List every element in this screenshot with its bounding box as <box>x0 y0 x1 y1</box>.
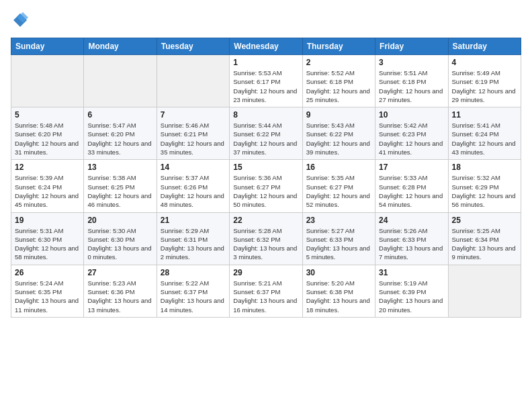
day-info: Sunrise: 5:38 AM Sunset: 6:25 PM Dayligh… <box>87 173 152 209</box>
calendar-cell: 29Sunrise: 5:21 AM Sunset: 6:37 PM Dayli… <box>230 265 302 317</box>
day-number: 30 <box>306 268 371 277</box>
day-info: Sunrise: 5:42 AM Sunset: 6:23 PM Dayligh… <box>379 121 444 156</box>
calendar-cell: 15Sunrise: 5:36 AM Sunset: 6:27 PM Dayli… <box>230 160 302 212</box>
day-number: 16 <box>306 163 371 172</box>
calendar-cell <box>84 55 157 107</box>
day-info: Sunrise: 5:49 AM Sunset: 6:19 PM Dayligh… <box>452 68 517 104</box>
day-number: 8 <box>233 110 298 120</box>
weekday-header: Sunday <box>11 38 84 55</box>
day-info: Sunrise: 5:32 AM Sunset: 6:29 PM Dayligh… <box>452 173 517 209</box>
day-number: 24 <box>379 216 444 225</box>
calendar-cell: 28Sunrise: 5:22 AM Sunset: 6:37 PM Dayli… <box>157 265 229 317</box>
calendar-week-row: 19Sunrise: 5:31 AM Sunset: 6:30 PM Dayli… <box>11 212 521 265</box>
calendar-cell <box>157 55 229 107</box>
day-number: 4 <box>452 58 517 67</box>
day-info: Sunrise: 5:20 AM Sunset: 6:38 PM Dayligh… <box>306 279 371 314</box>
day-number: 10 <box>379 110 444 120</box>
calendar-cell: 11Sunrise: 5:41 AM Sunset: 6:24 PM Dayli… <box>448 107 521 160</box>
calendar-cell: 19Sunrise: 5:31 AM Sunset: 6:30 PM Dayli… <box>11 212 84 265</box>
calendar-cell: 6Sunrise: 5:47 AM Sunset: 6:20 PM Daylig… <box>84 107 157 160</box>
day-number: 20 <box>87 216 152 225</box>
day-info: Sunrise: 5:27 AM Sunset: 6:33 PM Dayligh… <box>306 226 371 262</box>
calendar-cell <box>448 265 521 317</box>
calendar-cell: 8Sunrise: 5:44 AM Sunset: 6:22 PM Daylig… <box>230 107 302 160</box>
calendar-cell: 30Sunrise: 5:20 AM Sunset: 6:38 PM Dayli… <box>302 265 375 317</box>
weekday-header-row: SundayMondayTuesdayWednesdayThursdayFrid… <box>11 38 521 55</box>
day-info: Sunrise: 5:36 AM Sunset: 6:27 PM Dayligh… <box>233 173 298 209</box>
calendar-cell: 21Sunrise: 5:29 AM Sunset: 6:31 PM Dayli… <box>157 212 229 265</box>
day-info: Sunrise: 5:43 AM Sunset: 6:22 PM Dayligh… <box>306 121 371 156</box>
weekday-header: Monday <box>84 38 157 55</box>
day-number: 6 <box>87 110 152 120</box>
day-number: 1 <box>233 58 298 67</box>
calendar-cell: 4Sunrise: 5:49 AM Sunset: 6:19 PM Daylig… <box>448 55 521 107</box>
day-number: 9 <box>306 110 371 120</box>
logo <box>11 11 32 30</box>
weekday-header: Saturday <box>448 38 521 55</box>
calendar-cell: 17Sunrise: 5:33 AM Sunset: 6:28 PM Dayli… <box>375 160 448 212</box>
day-info: Sunrise: 5:51 AM Sunset: 6:18 PM Dayligh… <box>379 68 444 104</box>
day-info: Sunrise: 5:46 AM Sunset: 6:21 PM Dayligh… <box>161 121 226 156</box>
day-number: 11 <box>452 110 517 120</box>
day-info: Sunrise: 5:44 AM Sunset: 6:22 PM Dayligh… <box>233 121 298 156</box>
day-number: 31 <box>379 268 444 277</box>
day-info: Sunrise: 5:33 AM Sunset: 6:28 PM Dayligh… <box>379 173 444 209</box>
day-info: Sunrise: 5:21 AM Sunset: 6:37 PM Dayligh… <box>233 279 298 314</box>
calendar-cell: 1Sunrise: 5:53 AM Sunset: 6:17 PM Daylig… <box>230 55 302 107</box>
day-info: Sunrise: 5:31 AM Sunset: 6:30 PM Dayligh… <box>15 226 80 262</box>
day-number: 23 <box>306 216 371 225</box>
day-info: Sunrise: 5:28 AM Sunset: 6:32 PM Dayligh… <box>233 226 298 262</box>
calendar-week-row: 26Sunrise: 5:24 AM Sunset: 6:35 PM Dayli… <box>11 265 521 317</box>
calendar-cell: 20Sunrise: 5:30 AM Sunset: 6:30 PM Dayli… <box>84 212 157 265</box>
day-info: Sunrise: 5:47 AM Sunset: 6:20 PM Dayligh… <box>87 121 152 156</box>
calendar-cell: 9Sunrise: 5:43 AM Sunset: 6:22 PM Daylig… <box>302 107 375 160</box>
calendar-cell: 12Sunrise: 5:39 AM Sunset: 6:24 PM Dayli… <box>11 160 84 212</box>
calendar-cell: 16Sunrise: 5:35 AM Sunset: 6:27 PM Dayli… <box>302 160 375 212</box>
day-number: 18 <box>452 163 517 172</box>
day-number: 12 <box>15 163 80 172</box>
day-number: 26 <box>15 268 80 277</box>
weekday-header: Wednesday <box>230 38 302 55</box>
calendar-week-row: 12Sunrise: 5:39 AM Sunset: 6:24 PM Dayli… <box>11 160 521 212</box>
day-number: 13 <box>87 163 152 172</box>
calendar-week-row: 1Sunrise: 5:53 AM Sunset: 6:17 PM Daylig… <box>11 55 521 107</box>
day-info: Sunrise: 5:25 AM Sunset: 6:34 PM Dayligh… <box>452 226 517 262</box>
weekday-header: Tuesday <box>157 38 229 55</box>
day-number: 25 <box>452 216 517 225</box>
day-number: 21 <box>161 216 226 225</box>
calendar-cell: 13Sunrise: 5:38 AM Sunset: 6:25 PM Dayli… <box>84 160 157 212</box>
calendar-cell: 27Sunrise: 5:23 AM Sunset: 6:36 PM Dayli… <box>84 265 157 317</box>
day-info: Sunrise: 5:37 AM Sunset: 6:26 PM Dayligh… <box>161 173 226 209</box>
calendar-cell: 18Sunrise: 5:32 AM Sunset: 6:29 PM Dayli… <box>448 160 521 212</box>
day-number: 5 <box>15 110 80 120</box>
calendar-cell: 22Sunrise: 5:28 AM Sunset: 6:32 PM Dayli… <box>230 212 302 265</box>
calendar-cell: 31Sunrise: 5:19 AM Sunset: 6:39 PM Dayli… <box>375 265 448 317</box>
day-info: Sunrise: 5:35 AM Sunset: 6:27 PM Dayligh… <box>306 173 371 209</box>
calendar-cell: 10Sunrise: 5:42 AM Sunset: 6:23 PM Dayli… <box>375 107 448 160</box>
day-number: 14 <box>161 163 226 172</box>
calendar-table: SundayMondayTuesdayWednesdayThursdayFrid… <box>11 38 521 318</box>
day-number: 7 <box>161 110 226 120</box>
day-info: Sunrise: 5:29 AM Sunset: 6:31 PM Dayligh… <box>161 226 226 262</box>
day-info: Sunrise: 5:53 AM Sunset: 6:17 PM Dayligh… <box>233 68 298 104</box>
weekday-header: Friday <box>375 38 448 55</box>
calendar-cell <box>11 55 84 107</box>
day-info: Sunrise: 5:24 AM Sunset: 6:35 PM Dayligh… <box>15 279 80 314</box>
day-info: Sunrise: 5:30 AM Sunset: 6:30 PM Dayligh… <box>87 226 152 262</box>
day-info: Sunrise: 5:23 AM Sunset: 6:36 PM Dayligh… <box>87 279 152 314</box>
calendar-cell: 24Sunrise: 5:26 AM Sunset: 6:33 PM Dayli… <box>375 212 448 265</box>
day-number: 2 <box>306 58 371 67</box>
day-info: Sunrise: 5:39 AM Sunset: 6:24 PM Dayligh… <box>15 173 80 209</box>
logo-icon <box>11 11 30 30</box>
calendar-cell: 2Sunrise: 5:52 AM Sunset: 6:18 PM Daylig… <box>302 55 375 107</box>
calendar-cell: 3Sunrise: 5:51 AM Sunset: 6:18 PM Daylig… <box>375 55 448 107</box>
day-info: Sunrise: 5:52 AM Sunset: 6:18 PM Dayligh… <box>306 68 371 104</box>
day-info: Sunrise: 5:41 AM Sunset: 6:24 PM Dayligh… <box>452 121 517 156</box>
calendar-week-row: 5Sunrise: 5:48 AM Sunset: 6:20 PM Daylig… <box>11 107 521 160</box>
day-info: Sunrise: 5:48 AM Sunset: 6:20 PM Dayligh… <box>15 121 80 156</box>
calendar-cell: 14Sunrise: 5:37 AM Sunset: 6:26 PM Dayli… <box>157 160 229 212</box>
day-number: 17 <box>379 163 444 172</box>
day-number: 19 <box>15 216 80 225</box>
day-number: 29 <box>233 268 298 277</box>
day-number: 27 <box>87 268 152 277</box>
